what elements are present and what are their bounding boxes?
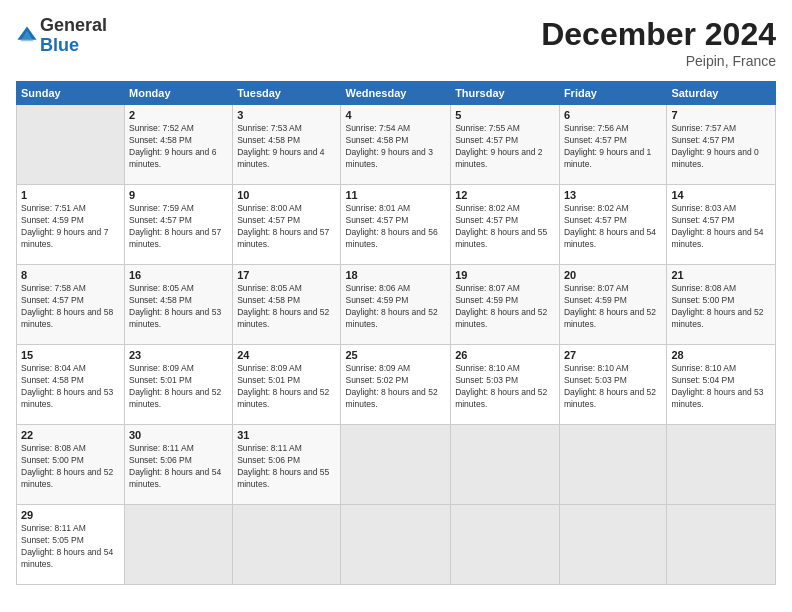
calendar-cell: 16Sunrise: 8:05 AMSunset: 4:58 PMDayligh… <box>125 265 233 345</box>
logo-text: General Blue <box>40 16 107 56</box>
location: Peipin, France <box>541 53 776 69</box>
day-number: 2 <box>129 109 228 121</box>
calendar-cell: 20Sunrise: 8:07 AMSunset: 4:59 PMDayligh… <box>559 265 666 345</box>
calendar-cell: 18Sunrise: 8:06 AMSunset: 4:59 PMDayligh… <box>341 265 451 345</box>
logo-blue: Blue <box>40 35 79 55</box>
day-info: Sunrise: 7:58 AMSunset: 4:57 PMDaylight:… <box>21 283 120 331</box>
day-info: Sunrise: 8:08 AMSunset: 5:00 PMDaylight:… <box>671 283 771 331</box>
day-number: 14 <box>671 189 771 201</box>
calendar-week-row: 1Sunrise: 7:51 AMSunset: 4:59 PMDaylight… <box>17 185 776 265</box>
calendar-cell: 4Sunrise: 7:54 AMSunset: 4:58 PMDaylight… <box>341 105 451 185</box>
col-friday: Friday <box>559 82 666 105</box>
calendar-cell: 1Sunrise: 7:51 AMSunset: 4:59 PMDaylight… <box>17 185 125 265</box>
calendar-cell <box>341 425 451 505</box>
day-info: Sunrise: 8:03 AMSunset: 4:57 PMDaylight:… <box>671 203 771 251</box>
calendar-cell <box>559 425 666 505</box>
day-info: Sunrise: 8:02 AMSunset: 4:57 PMDaylight:… <box>455 203 555 251</box>
day-number: 5 <box>455 109 555 121</box>
calendar-week-row: 15Sunrise: 8:04 AMSunset: 4:58 PMDayligh… <box>17 345 776 425</box>
calendar-cell: 8Sunrise: 7:58 AMSunset: 4:57 PMDaylight… <box>17 265 125 345</box>
day-info: Sunrise: 8:01 AMSunset: 4:57 PMDaylight:… <box>345 203 446 251</box>
col-thursday: Thursday <box>451 82 560 105</box>
day-info: Sunrise: 8:05 AMSunset: 4:58 PMDaylight:… <box>237 283 336 331</box>
day-number: 18 <box>345 269 446 281</box>
calendar-cell <box>451 425 560 505</box>
calendar-cell: 21Sunrise: 8:08 AMSunset: 5:00 PMDayligh… <box>667 265 776 345</box>
day-number: 24 <box>237 349 336 361</box>
day-info: Sunrise: 8:02 AMSunset: 4:57 PMDaylight:… <box>564 203 662 251</box>
day-info: Sunrise: 7:53 AMSunset: 4:58 PMDaylight:… <box>237 123 336 171</box>
calendar-cell <box>341 505 451 585</box>
calendar-cell: 6Sunrise: 7:56 AMSunset: 4:57 PMDaylight… <box>559 105 666 185</box>
col-wednesday: Wednesday <box>341 82 451 105</box>
calendar-cell: 3Sunrise: 7:53 AMSunset: 4:58 PMDaylight… <box>233 105 341 185</box>
calendar-cell <box>667 425 776 505</box>
day-number: 9 <box>129 189 228 201</box>
day-number: 3 <box>237 109 336 121</box>
day-info: Sunrise: 8:04 AMSunset: 4:58 PMDaylight:… <box>21 363 120 411</box>
day-number: 10 <box>237 189 336 201</box>
day-number: 28 <box>671 349 771 361</box>
calendar-table: Sunday Monday Tuesday Wednesday Thursday… <box>16 81 776 585</box>
calendar-cell <box>17 105 125 185</box>
day-info: Sunrise: 8:07 AMSunset: 4:59 PMDaylight:… <box>455 283 555 331</box>
day-info: Sunrise: 7:54 AMSunset: 4:58 PMDaylight:… <box>345 123 446 171</box>
logo-icon <box>16 25 38 47</box>
calendar-week-row: 2Sunrise: 7:52 AMSunset: 4:58 PMDaylight… <box>17 105 776 185</box>
calendar-cell: 15Sunrise: 8:04 AMSunset: 4:58 PMDayligh… <box>17 345 125 425</box>
calendar-cell: 19Sunrise: 8:07 AMSunset: 4:59 PMDayligh… <box>451 265 560 345</box>
day-number: 17 <box>237 269 336 281</box>
col-tuesday: Tuesday <box>233 82 341 105</box>
calendar-cell: 31Sunrise: 8:11 AMSunset: 5:06 PMDayligh… <box>233 425 341 505</box>
day-number: 13 <box>564 189 662 201</box>
day-info: Sunrise: 8:10 AMSunset: 5:04 PMDaylight:… <box>671 363 771 411</box>
col-monday: Monday <box>125 82 233 105</box>
calendar-cell: 13Sunrise: 8:02 AMSunset: 4:57 PMDayligh… <box>559 185 666 265</box>
day-info: Sunrise: 8:11 AMSunset: 5:06 PMDaylight:… <box>129 443 228 491</box>
calendar-cell: 17Sunrise: 8:05 AMSunset: 4:58 PMDayligh… <box>233 265 341 345</box>
calendar-cell <box>559 505 666 585</box>
calendar-cell: 28Sunrise: 8:10 AMSunset: 5:04 PMDayligh… <box>667 345 776 425</box>
day-number: 21 <box>671 269 771 281</box>
calendar-cell: 24Sunrise: 8:09 AMSunset: 5:01 PMDayligh… <box>233 345 341 425</box>
title-area: December 2024 Peipin, France <box>541 16 776 69</box>
day-number: 1 <box>21 189 120 201</box>
col-saturday: Saturday <box>667 82 776 105</box>
calendar-cell: 10Sunrise: 8:00 AMSunset: 4:57 PMDayligh… <box>233 185 341 265</box>
day-info: Sunrise: 8:11 AMSunset: 5:05 PMDaylight:… <box>21 523 120 571</box>
day-number: 11 <box>345 189 446 201</box>
calendar-cell: 12Sunrise: 8:02 AMSunset: 4:57 PMDayligh… <box>451 185 560 265</box>
day-info: Sunrise: 8:11 AMSunset: 5:06 PMDaylight:… <box>237 443 336 491</box>
header: General Blue December 2024 Peipin, Franc… <box>16 16 776 69</box>
day-info: Sunrise: 7:55 AMSunset: 4:57 PMDaylight:… <box>455 123 555 171</box>
day-info: Sunrise: 7:56 AMSunset: 4:57 PMDaylight:… <box>564 123 662 171</box>
calendar-week-row: 29Sunrise: 8:11 AMSunset: 5:05 PMDayligh… <box>17 505 776 585</box>
calendar-cell: 14Sunrise: 8:03 AMSunset: 4:57 PMDayligh… <box>667 185 776 265</box>
day-info: Sunrise: 8:06 AMSunset: 4:59 PMDaylight:… <box>345 283 446 331</box>
day-number: 19 <box>455 269 555 281</box>
day-number: 27 <box>564 349 662 361</box>
day-number: 16 <box>129 269 228 281</box>
day-info: Sunrise: 8:09 AMSunset: 5:01 PMDaylight:… <box>237 363 336 411</box>
calendar-cell: 2Sunrise: 7:52 AMSunset: 4:58 PMDaylight… <box>125 105 233 185</box>
calendar-cell <box>125 505 233 585</box>
calendar-cell: 22Sunrise: 8:08 AMSunset: 5:00 PMDayligh… <box>17 425 125 505</box>
day-number: 26 <box>455 349 555 361</box>
calendar-cell: 23Sunrise: 8:09 AMSunset: 5:01 PMDayligh… <box>125 345 233 425</box>
month-year: December 2024 <box>541 16 776 53</box>
day-number: 31 <box>237 429 336 441</box>
calendar-cell: 27Sunrise: 8:10 AMSunset: 5:03 PMDayligh… <box>559 345 666 425</box>
day-info: Sunrise: 8:08 AMSunset: 5:00 PMDaylight:… <box>21 443 120 491</box>
calendar-cell: 9Sunrise: 7:59 AMSunset: 4:57 PMDaylight… <box>125 185 233 265</box>
day-number: 12 <box>455 189 555 201</box>
calendar-cell: 25Sunrise: 8:09 AMSunset: 5:02 PMDayligh… <box>341 345 451 425</box>
day-number: 23 <box>129 349 228 361</box>
day-info: Sunrise: 8:00 AMSunset: 4:57 PMDaylight:… <box>237 203 336 251</box>
calendar-cell <box>233 505 341 585</box>
day-number: 8 <box>21 269 120 281</box>
day-number: 25 <box>345 349 446 361</box>
day-info: Sunrise: 7:59 AMSunset: 4:57 PMDaylight:… <box>129 203 228 251</box>
page: General Blue December 2024 Peipin, Franc… <box>0 0 792 612</box>
header-row: Sunday Monday Tuesday Wednesday Thursday… <box>17 82 776 105</box>
col-sunday: Sunday <box>17 82 125 105</box>
